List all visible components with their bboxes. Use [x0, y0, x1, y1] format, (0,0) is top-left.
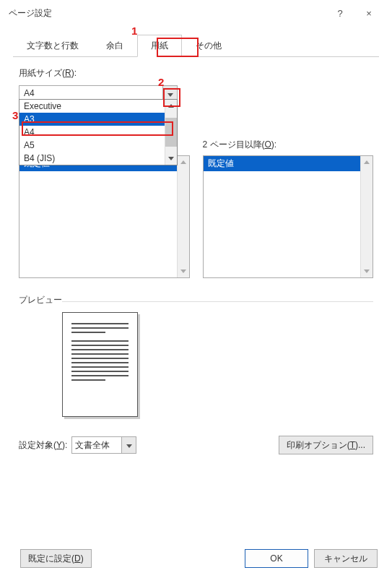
tab-other[interactable]: その他 [182, 35, 235, 57]
divider [62, 301, 373, 302]
chevron-down-icon [126, 440, 132, 450]
help-button[interactable]: ? [326, 8, 354, 19]
dropdown-item-executive[interactable]: Executive [19, 100, 177, 113]
apply-to-combo[interactable]: 文書全体 [71, 436, 136, 454]
listbox-scrollbar[interactable] [177, 156, 189, 277]
tab-margins[interactable]: 余白 [92, 35, 137, 57]
apply-to-value: 文書全体 [72, 437, 121, 453]
dropdown-item-a3[interactable]: A3 [19, 113, 177, 126]
scroll-down-icon[interactable] [178, 265, 189, 277]
apply-to-dropdown-button[interactable] [121, 437, 136, 453]
dropdown-item-a5[interactable]: A5 [19, 139, 177, 152]
other-pages-tray-label: 2 ページ目以降(O): [203, 139, 374, 151]
other-pages-tray-list[interactable]: 既定値 [203, 155, 374, 278]
scroll-down-icon[interactable] [361, 265, 373, 277]
cancel-button[interactable]: キャンセル [314, 549, 378, 568]
dropdown-scrollbar[interactable] [165, 100, 177, 165]
scroll-down-icon[interactable] [165, 152, 177, 165]
scroll-up-icon[interactable] [178, 156, 189, 168]
scroll-up-icon[interactable] [361, 156, 373, 168]
first-page-tray-list[interactable]: 既定値 [19, 155, 190, 278]
titlebar: ページ設定 ? × [0, 0, 392, 26]
apply-to-label: 設定対象(Y): [19, 439, 67, 452]
chevron-down-icon [167, 89, 173, 99]
dropdown-item-a4[interactable]: A4 [19, 126, 177, 139]
callout-2: 2 [158, 76, 164, 88]
listbox-scrollbar[interactable] [360, 156, 373, 277]
scroll-thumb[interactable] [165, 118, 177, 147]
set-default-button[interactable]: 既定に設定(D) [20, 549, 92, 568]
paper-size-label: 用紙サイズ(R): [19, 67, 373, 79]
dialog-title: ページ設定 [9, 7, 326, 20]
paper-size-dropdown-list[interactable]: Executive A3 A4 A5 B4 (JIS) [19, 99, 178, 165]
list-item[interactable]: 既定値 [204, 156, 361, 171]
dropdown-item-b4jis[interactable]: B4 (JIS) [19, 152, 177, 165]
scroll-up-icon[interactable] [165, 100, 177, 112]
preview-label: プレビュー [19, 294, 373, 306]
callout-3: 3 [12, 109, 18, 121]
tab-paper[interactable]: 用紙 [137, 35, 182, 57]
close-button[interactable]: × [354, 8, 383, 19]
print-options-button[interactable]: 印刷オプション(T)... [279, 436, 373, 454]
preview-page [62, 312, 138, 417]
ok-button[interactable]: OK [245, 549, 308, 568]
tab-strip: 文字数と行数 余白 用紙 その他 [13, 35, 379, 57]
tab-chars-lines[interactable]: 文字数と行数 [13, 35, 92, 57]
callout-1: 1 [131, 25, 137, 37]
